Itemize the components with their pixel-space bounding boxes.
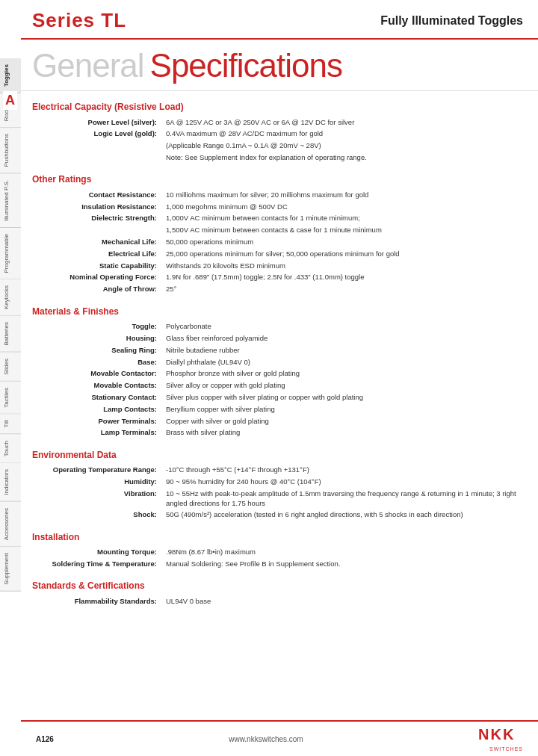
- sidebar-tab-programmable[interactable]: Programmable: [0, 228, 21, 279]
- row-value: 1,500V AC minimum between contacts & cas…: [163, 225, 523, 237]
- row-value: Diallyl phthalate (UL94V 0): [163, 356, 523, 368]
- table-row: Mounting Torque: .98Nm (8.67 lb•in) maxi…: [32, 547, 523, 559]
- table-row: Note: See Supplement Index for explanati…: [32, 152, 523, 164]
- table-row: Contact Resistance: 10 milliohms maximum…: [32, 189, 523, 201]
- footer-page-number: A126: [36, 735, 54, 743]
- row-label: Logic Level (gold):: [32, 128, 163, 140]
- row-value: 25°: [163, 284, 523, 296]
- table-row: Lamp Contacts: Beryllium copper with sil…: [32, 403, 523, 415]
- sidebar-tab-keylocks[interactable]: Keylocks: [0, 279, 21, 316]
- sidebar-tab-illuminated[interactable]: Illuminated P.S.: [0, 174, 21, 228]
- page-title-area: General Specifications: [21, 40, 538, 91]
- nkk-logo: NKK SWITCHES: [478, 726, 523, 752]
- table-row: Dielectric Strength: 1,000V AC minimum b…: [32, 213, 523, 225]
- row-label: Mechanical Life:: [32, 237, 163, 249]
- row-label: [32, 152, 163, 164]
- sidebar-tab-batteries[interactable]: Batteries: [0, 316, 21, 353]
- other-ratings-table: Contact Resistance: 10 milliohms maximum…: [32, 189, 523, 295]
- sidebar-tab-pushbuttons[interactable]: Pushbuttons: [0, 128, 21, 173]
- row-value: (Applicable Range 0.1mA ~ 0.1A @ 20mV ~ …: [163, 140, 523, 152]
- section-other-ratings: Other Ratings Contact Resistance: 10 mil…: [32, 174, 523, 295]
- row-label: Shock:: [32, 509, 163, 521]
- table-row: Electrical Life: 25,000 operations minim…: [32, 248, 523, 260]
- section-title-other-ratings: Other Ratings: [32, 174, 523, 185]
- environmental-data-table: Operating Temperature Range: -10°C throu…: [32, 465, 523, 521]
- footer-url: www.nkkswitches.com: [229, 735, 303, 743]
- section-materials-finishes: Materials & Finishes Toggle: Polycarbona…: [32, 306, 523, 439]
- row-label: Movable Contactor:: [32, 368, 163, 380]
- table-row: Nominal Operating Force: 1.9N for .689" …: [32, 272, 523, 284]
- row-label: Vibration:: [32, 488, 163, 509]
- row-value: Glass fiber reinforced polyamide: [163, 332, 523, 344]
- row-value: Brass with silver plating: [163, 427, 523, 439]
- row-label: Mounting Torque:: [32, 547, 163, 559]
- row-label: Dielectric Strength:: [32, 213, 163, 225]
- row-label: Power Terminals:: [32, 415, 163, 427]
- row-value: 1,000 megohms minimum @ 500V DC: [163, 201, 523, 213]
- row-label: Operating Temperature Range:: [32, 465, 163, 477]
- row-value: Copper with silver or gold plating: [163, 415, 523, 427]
- table-row: Shock: 50G (490m/s²) acceleration (teste…: [32, 509, 523, 521]
- row-value: Nitrile butadiene rubber: [163, 344, 523, 356]
- section-title-electrical: Electrical Capacity (Resistive Load): [32, 102, 523, 112]
- row-value: Manual Soldering: See Profile B in Suppl…: [163, 559, 523, 571]
- content-body: Electrical Capacity (Resistive Load) Pow…: [21, 91, 538, 633]
- row-value: 25,000 operations minimum for silver; 50…: [163, 248, 523, 260]
- series-subtitle: Fully Illuminated Toggles: [380, 14, 523, 28]
- row-value: Beryllium copper with silver plating: [163, 403, 523, 415]
- table-row: 1,500V AC minimum between contacts & cas…: [32, 225, 523, 237]
- row-value: 0.4VA maximum @ 28V AC/DC maximum for go…: [163, 128, 523, 140]
- sidebar-tab-slides[interactable]: Slides: [0, 353, 21, 382]
- row-label: [32, 140, 163, 152]
- table-row: Movable Contactor: Phosphor bronze with …: [32, 368, 523, 380]
- series-title: Series TL: [32, 9, 126, 32]
- electrical-capacity-table: Power Level (silver): 6A @ 125V AC or 3A…: [32, 117, 523, 164]
- row-label: Soldering Time & Temperature:: [32, 559, 163, 571]
- row-label: Toggle:: [32, 321, 163, 333]
- row-value: Note: See Supplement Index for explanati…: [163, 152, 523, 164]
- row-value: 10 milliohms maximum for silver; 20 mill…: [163, 189, 523, 201]
- table-row: Base: Diallyl phthalate (UL94V 0): [32, 356, 523, 368]
- table-row: Soldering Time & Temperature: Manual Sol…: [32, 559, 523, 571]
- section-electrical-capacity: Electrical Capacity (Resistive Load) Pow…: [32, 102, 523, 164]
- title-general: General: [32, 47, 144, 84]
- table-row: Power Level (silver): 6A @ 125V AC or 3A…: [32, 117, 523, 128]
- table-row: Logic Level (gold): 0.4VA maximum @ 28V …: [32, 128, 523, 140]
- row-label: [32, 225, 163, 237]
- section-installation: Installation Mounting Torque: .98Nm (8.6…: [32, 532, 523, 571]
- row-value: .98Nm (8.67 lb•in) maximum: [163, 547, 523, 559]
- section-environmental-data: Environmental Data Operating Temperature…: [32, 450, 523, 521]
- row-value: 6A @ 125V AC or 3A @ 250V AC or 6A @ 12V…: [163, 117, 523, 128]
- sidebar-tab-toggles[interactable]: Toggles: [0, 58, 21, 93]
- sidebar-tab-touch[interactable]: Touch: [0, 435, 21, 463]
- sidebar-letter: A: [3, 91, 17, 110]
- row-value: Silver alloy or copper with gold plating: [163, 380, 523, 392]
- row-value: Silver plus copper with silver plating o…: [163, 391, 523, 403]
- table-row: Housing: Glass fiber reinforced polyamid…: [32, 332, 523, 344]
- row-value: 50G (490m/s²) acceleration (tested in 6 …: [163, 509, 523, 521]
- installation-table: Mounting Torque: .98Nm (8.67 lb•in) maxi…: [32, 547, 523, 571]
- table-row: Power Terminals: Copper with silver or g…: [32, 415, 523, 427]
- row-label: Humidity:: [32, 477, 163, 489]
- table-row: Lamp Terminals: Brass with silver platin…: [32, 427, 523, 439]
- page-footer: A126 www.nkkswitches.com NKK SWITCHES: [21, 720, 538, 756]
- row-label: Power Level (silver):: [32, 117, 163, 128]
- row-label: Base:: [32, 356, 163, 368]
- row-value: Polycarbonate: [163, 321, 523, 333]
- sidebar-tab-tactiles[interactable]: Tactiles: [0, 382, 21, 415]
- table-row: Toggle: Polycarbonate: [32, 321, 523, 333]
- materials-finishes-table: Toggle: Polycarbonate Housing: Glass fib…: [32, 321, 523, 439]
- sidebar-tab-supplement[interactable]: Supplement: [0, 547, 21, 592]
- sidebar-tab-indicators[interactable]: Indicators: [0, 463, 21, 502]
- row-label: Insulation Resistance:: [32, 201, 163, 213]
- row-label: Lamp Contacts:: [32, 403, 163, 415]
- title-specs: Specifications: [150, 47, 342, 84]
- sidebar-tab-accessories[interactable]: Accessories: [0, 502, 21, 547]
- page-title-line: General Specifications: [32, 47, 523, 84]
- nkk-logo-switches: SWITCHES: [489, 746, 523, 752]
- main-content: Series TL Fully Illuminated Toggles Gene…: [21, 0, 538, 756]
- table-row: Static Capability: Withstands 20 kilovol…: [32, 260, 523, 272]
- table-row: Movable Contacts: Silver alloy or copper…: [32, 380, 523, 392]
- section-title-environmental: Environmental Data: [32, 450, 523, 460]
- sidebar-tab-tilt[interactable]: Tilt: [0, 414, 21, 434]
